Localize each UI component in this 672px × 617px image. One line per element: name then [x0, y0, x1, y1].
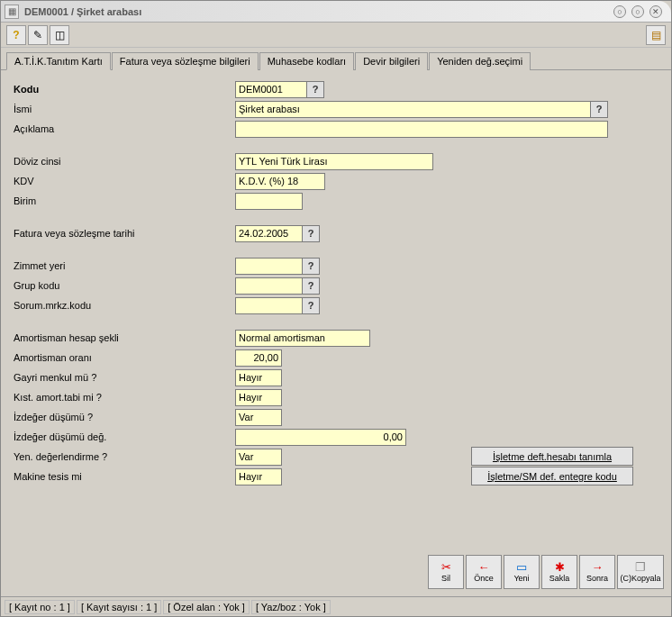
button-yeni[interactable]: ▭ Yeni	[504, 555, 540, 589]
button-isletme-sm[interactable]: İşletme/SM def. entegre kodu	[471, 467, 633, 485]
input-sorum-mrkz[interactable]	[235, 297, 303, 314]
input-ismi[interactable]	[235, 101, 591, 118]
lookup-kodu[interactable]: ?	[307, 81, 324, 98]
lookup-zimmet-yeri[interactable]: ?	[303, 258, 320, 275]
pencil-icon: ✎	[33, 29, 42, 41]
arrow-left-icon: ←	[478, 561, 490, 573]
label-amort-orani: Amortisman oranı	[10, 352, 235, 363]
question-icon: ?	[308, 280, 314, 291]
label-kist-amort: Kıst. amort.tabi mi ?	[10, 392, 235, 403]
app-icon: ▦	[5, 5, 19, 19]
window-controls: ○ ○ ✕	[613, 5, 667, 18]
button-sil-label: Sil	[441, 574, 450, 583]
tool3-button[interactable]: ◫	[50, 25, 69, 45]
label-kodu: Kodu	[10, 84, 235, 95]
button-isletme-deft[interactable]: İşletme deft.hesabı tanımla	[471, 447, 633, 466]
label-grup-kodu: Grup kodu	[10, 280, 235, 291]
edit-button[interactable]: ✎	[28, 25, 48, 45]
button-sakla-label: Sakla	[549, 574, 570, 583]
tab-tanitim-karti[interactable]: A.T.İ.K.Tanıtım Kartı	[6, 52, 111, 70]
input-kodu[interactable]	[235, 81, 307, 98]
tab-devir-bilgileri[interactable]: Devir bilgileri	[355, 52, 428, 70]
minimize-button[interactable]: ○	[613, 5, 626, 18]
tab-strip: A.T.İ.K.Tanıtım Kartı Fatura veya sözleş…	[1, 48, 671, 70]
button-once[interactable]: ← Önce	[466, 555, 502, 589]
button-sil[interactable]: ✂ Sil	[428, 555, 464, 589]
status-kayit-no: [ Kayıt no : 1 ]	[5, 600, 75, 614]
button-once-label: Önce	[474, 574, 494, 583]
label-gayri-menkul: Gayri menkul mü ?	[10, 372, 235, 383]
input-zimmet-yeri[interactable]	[235, 258, 303, 275]
label-fatura-tarihi: Fatura veya sözleşme tarihi	[10, 228, 235, 239]
label-yen-deg: Yen. değerlendirme ?	[10, 451, 235, 462]
input-izdeger-dusumu[interactable]	[235, 409, 282, 426]
question-icon: ?	[313, 84, 319, 95]
status-yazboz: [ Yaz/boz : Yok ]	[251, 600, 331, 614]
input-yen-deg[interactable]	[235, 449, 282, 466]
button-kopyala[interactable]: ❐ (C)Kopyala	[617, 555, 664, 589]
label-birim: Birim	[10, 195, 235, 206]
doc-icon: ▤	[651, 29, 661, 41]
input-kist-amort[interactable]	[235, 389, 282, 406]
lookup-ismi[interactable]: ?	[591, 101, 608, 118]
question-icon: ?	[308, 300, 314, 311]
help-button[interactable]: ?	[6, 25, 26, 45]
input-grup-kodu[interactable]	[235, 277, 303, 295]
question-icon: ?	[308, 260, 314, 271]
label-ismi: İsmi	[10, 104, 235, 114]
button-sakla[interactable]: ✱ Sakla	[541, 555, 577, 589]
tab-yeniden-deg[interactable]: Yeniden değ.seçimi	[429, 52, 531, 70]
label-izdeger-deg: İzdeğer düşümü değ.	[10, 431, 235, 442]
maximize-button[interactable]: ○	[631, 5, 644, 18]
input-amort-hesap[interactable]	[235, 330, 370, 347]
new-icon: ▭	[516, 561, 527, 573]
help-icon: ?	[13, 29, 19, 41]
input-kdv[interactable]	[235, 173, 325, 190]
label-doviz: Döviz cinsi	[10, 156, 235, 167]
input-birim[interactable]	[235, 193, 303, 210]
input-gayri-menkul[interactable]	[235, 369, 282, 386]
status-ozel-alan: [ Özel alan : Yok ]	[163, 600, 250, 614]
question-icon: ?	[308, 228, 314, 239]
input-aciklama[interactable]	[235, 121, 608, 138]
close-button[interactable]: ✕	[649, 5, 662, 18]
statusbar: [ Kayıt no : 1 ] [ Kayıt sayısı : 1 ] [ …	[1, 596, 671, 616]
bottom-toolbar: ✂ Sil ← Önce ▭ Yeni ✱ Sakla → Sonra ❐ (C…	[428, 555, 664, 589]
label-makine-tesis: Makine tesis mi	[10, 471, 235, 482]
status-kayit-sayisi: [ Kayıt sayısı : 1 ]	[77, 600, 161, 614]
lookup-sorum-mrkz[interactable]: ?	[303, 297, 320, 314]
button-sonra-label: Sonra	[586, 574, 608, 583]
label-zimmet-yeri: Zimmet yeri	[10, 260, 235, 271]
titlebar: ▦ DEM0001 / Şirket arabası ○ ○ ✕	[1, 1, 671, 23]
button-sonra[interactable]: → Sonra	[579, 555, 615, 589]
window-title: DEM0001 / Şirket arabası	[24, 6, 613, 17]
lookup-grup-kodu[interactable]: ?	[303, 277, 320, 295]
label-sorum-mrkz: Sorum.mrkz.kodu	[10, 300, 235, 311]
toolbar: ? ✎ ◫ ▤	[1, 23, 671, 48]
label-izdeger-dusumu: İzdeğer düşümü ?	[10, 412, 235, 422]
tool-right-button[interactable]: ▤	[646, 25, 666, 45]
input-fatura-tarihi[interactable]	[235, 225, 303, 242]
copy-icon: ❐	[635, 561, 646, 573]
button-yeni-label: Yeni	[513, 574, 529, 583]
lookup-fatura-tarihi[interactable]: ?	[303, 225, 320, 242]
input-izdeger-deg[interactable]	[235, 429, 406, 446]
label-kdv: KDV	[10, 176, 235, 186]
app-window: ▦ DEM0001 / Şirket arabası ○ ○ ✕ ? ✎ ◫ ▤…	[0, 0, 672, 617]
input-doviz[interactable]	[235, 153, 433, 170]
input-amort-orani[interactable]	[235, 349, 282, 367]
form-area: Kodu ? İsmi ? Açıklama Döviz cinsi KDV B…	[1, 70, 671, 571]
button-kopyala-label: (C)Kopyala	[620, 574, 660, 583]
input-makine-tesis[interactable]	[235, 468, 282, 485]
label-amort-hesap: Amortisman hesap şekli	[10, 332, 235, 343]
sheet-icon: ◫	[55, 29, 65, 41]
tab-fatura-bilgileri[interactable]: Fatura veya sözleşme bilgileri	[112, 52, 259, 70]
question-icon: ?	[596, 104, 603, 114]
save-icon: ✱	[555, 561, 565, 573]
arrow-right-icon: →	[592, 561, 604, 573]
label-aciklama: Açıklama	[10, 123, 235, 134]
tab-muhasebe-kodlari[interactable]: Muhasebe kodları	[259, 52, 354, 70]
delete-icon: ✂	[441, 561, 451, 573]
